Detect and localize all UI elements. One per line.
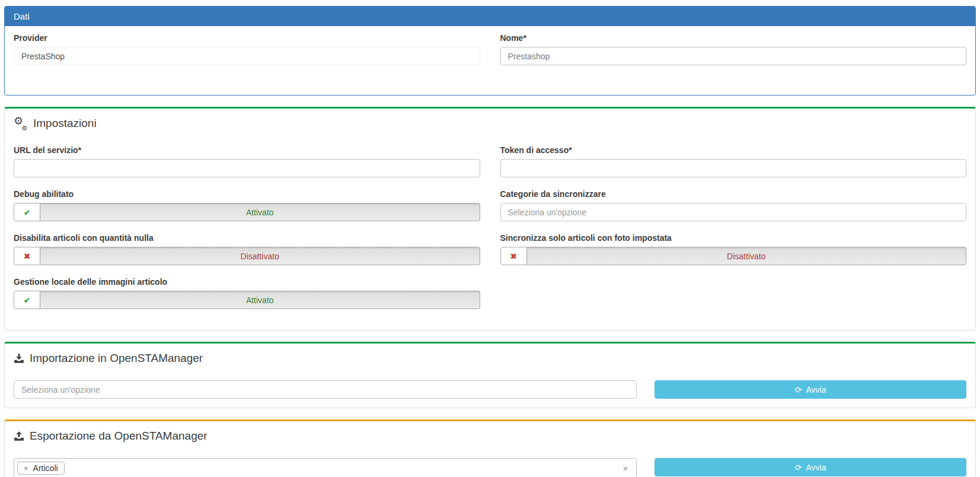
esportazione-avvia-button[interactable]: ⟳ Avvia xyxy=(655,458,966,476)
disabilita-field-group: Disabilita articoli con quantità nulla ✖… xyxy=(14,233,480,265)
dati-card: Dati Provider Nome* xyxy=(4,6,976,96)
foto-toggle[interactable]: ✖ Disattivato xyxy=(500,247,967,265)
clear-selection-icon[interactable]: × xyxy=(623,464,628,473)
token-field-group: Token di accesso* xyxy=(500,145,967,189)
cross-icon: ✖ xyxy=(500,247,527,265)
selected-tag-label: Articoli xyxy=(33,463,58,473)
disabilita-label: Disabilita articoli con quantità nulla xyxy=(14,233,480,243)
debug-label: Debug abilitato xyxy=(14,189,480,199)
url-input[interactable] xyxy=(14,159,480,177)
importazione-card: Importazione in OpenSTAManager ⟳ Avvia xyxy=(4,342,976,408)
upload-icon xyxy=(14,431,24,441)
debug-toggle-state: Attivato xyxy=(40,203,480,221)
provider-label: Provider xyxy=(14,33,480,43)
categorie-field-group: Categorie da sincronizzare xyxy=(500,189,967,233)
download-icon xyxy=(14,353,24,364)
check-icon: ✔ xyxy=(14,203,40,221)
disabilita-toggle[interactable]: ✖ Disattivato xyxy=(14,247,480,265)
immagini-label: Gestione locale delle immagini articolo xyxy=(14,277,480,287)
immagini-field-group: Gestione locale delle immagini articolo … xyxy=(14,277,480,309)
impostazioni-title: Impostazioni xyxy=(33,117,97,130)
esportazione-multiselect[interactable]: × Articoli × xyxy=(14,458,637,477)
nome-label: Nome* xyxy=(500,33,967,43)
esportazione-title-row: Esportazione da OpenSTAManager xyxy=(14,430,966,443)
token-label: Token di accesso* xyxy=(500,145,967,155)
foto-label: Sincronizza solo articoli con foto impos… xyxy=(500,233,967,243)
disabilita-toggle-state: Disattivato xyxy=(40,247,480,265)
token-input[interactable] xyxy=(500,159,967,177)
provider-input[interactable] xyxy=(14,47,480,65)
importazione-title: Importazione in OpenSTAManager xyxy=(30,352,203,365)
esportazione-avvia-label: Avvia xyxy=(806,463,826,472)
esportazione-title: Esportazione da OpenSTAManager xyxy=(30,430,208,443)
provider-field-group: Provider xyxy=(14,33,480,65)
importazione-avvia-label: Avvia xyxy=(806,385,826,395)
categorie-select[interactable] xyxy=(500,203,967,221)
refresh-icon: ⟳ xyxy=(795,386,802,394)
immagini-toggle[interactable]: ✔ Attivato xyxy=(14,291,480,309)
importazione-select[interactable] xyxy=(14,380,637,399)
refresh-icon: ⟳ xyxy=(795,463,802,472)
categorie-label: Categorie da sincronizzare xyxy=(500,189,967,199)
debug-toggle[interactable]: ✔ Attivato xyxy=(14,203,480,221)
dati-card-header: Dati xyxy=(5,7,975,26)
importazione-avvia-button[interactable]: ⟳ Avvia xyxy=(655,380,966,399)
url-label: URL del servizio* xyxy=(14,145,480,155)
nome-input[interactable] xyxy=(500,47,967,65)
cross-icon: ✖ xyxy=(14,247,40,265)
impostazioni-title-row: ⚙ ⚙ Impostazioni xyxy=(14,117,966,130)
selected-tag: × Articoli xyxy=(17,462,65,475)
impostazioni-card: ⚙ ⚙ Impostazioni URL del servizio* Token… xyxy=(4,107,976,330)
importazione-title-row: Importazione in OpenSTAManager xyxy=(14,352,966,365)
check-icon: ✔ xyxy=(14,291,40,309)
esportazione-card: Esportazione da OpenSTAManager × Articol… xyxy=(4,419,976,477)
nome-field-group: Nome* xyxy=(500,33,967,77)
debug-field-group: Debug abilitato ✔ Attivato xyxy=(14,189,480,221)
page: Dati Provider Nome* ⚙ ⚙ I xyxy=(0,0,980,477)
foto-field-group: Sincronizza solo articoli con foto impos… xyxy=(500,233,967,277)
tag-remove-icon[interactable]: × xyxy=(24,464,28,473)
foto-toggle-state: Disattivato xyxy=(527,247,967,265)
gears-icon: ⚙ ⚙ xyxy=(14,117,28,129)
dati-card-title: Dati xyxy=(14,11,30,21)
immagini-toggle-state: Attivato xyxy=(40,291,480,309)
url-field-group: URL del servizio* xyxy=(14,145,480,177)
